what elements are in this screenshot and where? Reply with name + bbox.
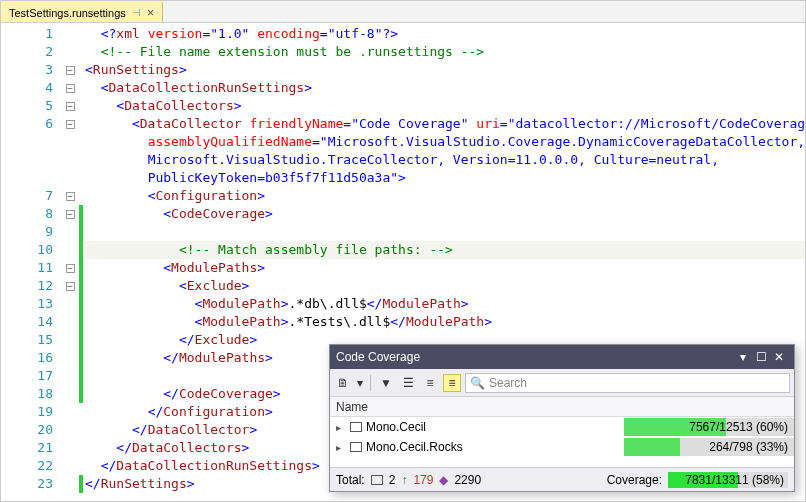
panel-close-icon[interactable]: ✕ [770,350,788,364]
total-label: Total: [336,473,365,487]
up-count: 179 [413,473,433,487]
coverage-row[interactable]: ▸Mono.Cecil 7567/12513 (60%) [330,417,794,437]
panel-maximize-icon[interactable]: ☐ [752,350,770,364]
module-count: 2 [389,473,396,487]
coverage-row[interactable]: ▸Mono.Cecil.Rocks 264/798 (33%) [330,437,794,457]
gem-count: 2290 [454,473,481,487]
highlight-icon[interactable]: ≡ [443,374,461,392]
panel-statusbar: Total: 2 ↑ 179 ◆ 2290 Coverage: 7831/133… [330,467,794,491]
coverage-rows: ▸Mono.Cecil 7567/12513 (60%)▸Mono.Cecil.… [330,417,794,467]
list-tree-icon[interactable]: ☰ [399,374,417,392]
panel-titlebar[interactable]: Code Coverage ▾ ☐ ✕ [330,345,794,369]
line-number-gutter: 1234567891011121314151617181920212223 [1,23,61,501]
coverage-label: Coverage: [607,473,662,487]
panel-menu-icon[interactable]: ▾ [734,350,752,364]
up-arrow-icon: ↑ [401,473,407,487]
file-tab[interactable]: TestSettings.runsettings ⊣ × [1,1,163,22]
search-placeholder: Search [489,376,527,390]
list-flat-icon[interactable]: ≡ [421,374,439,392]
panel-title-text: Code Coverage [336,350,420,364]
module-icon [371,475,383,485]
tab-bar: TestSettings.runsettings ⊣ × [1,1,805,23]
gem-icon: ◆ [439,473,448,487]
column-header[interactable]: Name [330,397,794,417]
search-input[interactable]: 🔍 Search [465,373,790,393]
dropdown-icon[interactable]: ▾ [356,374,364,392]
coverage-total-text: 7831/13311 (58%) [685,473,784,487]
panel-toolbar: 🗎 ▾ ▼ ☰ ≡ ≡ 🔍 Search [330,369,794,397]
coverage-total-bar: 7831/13311 (58%) [668,472,788,488]
pin-icon[interactable]: ⊣ [132,7,141,18]
fold-column[interactable]: −−−−−−−− [61,23,79,501]
tab-filename: TestSettings.runsettings [9,7,126,19]
search-icon: 🔍 [470,376,485,390]
document-icon[interactable]: 🗎 [334,374,352,392]
close-icon[interactable]: × [147,5,155,20]
filter-icon[interactable]: ▼ [377,374,395,392]
code-coverage-panel: Code Coverage ▾ ☐ ✕ 🗎 ▾ ▼ ☰ ≡ ≡ 🔍 Search… [329,344,795,492]
